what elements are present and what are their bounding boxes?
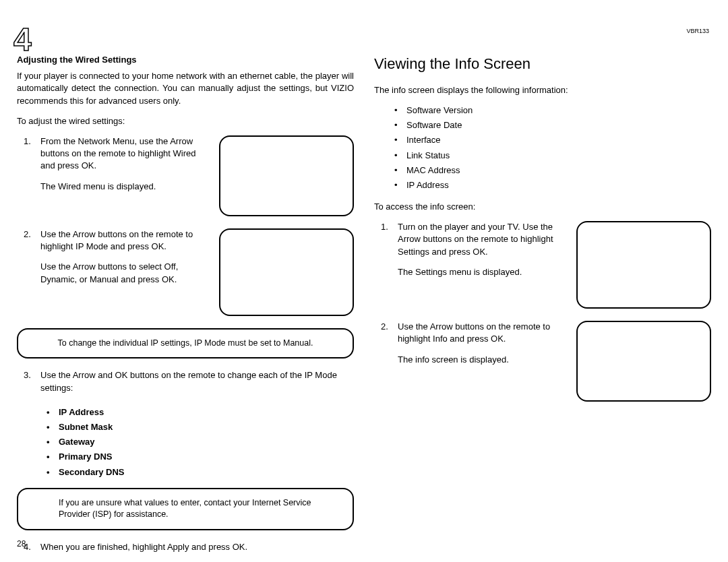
left-step-4: When you are finished, highlight Apply a… [17,541,354,553]
note-box-2: If you are unsure what values to enter, … [17,488,354,530]
info-items-list: Software Version Software Date Interface… [374,104,711,191]
step-text: Use the Arrow buttons to select Off, Dyn… [40,261,209,285]
left-step-1: From the Network Menu, use the Arrow but… [17,135,354,216]
screen-illustration [576,321,711,402]
list-item: Link Status [394,150,711,162]
list-item: IP Address [394,179,711,191]
left-steps-cont: Use the Arrow and OK buttons on the remo… [17,369,354,394]
list-item: Subnet Mask [47,421,354,433]
screen-illustration [219,228,354,316]
step-text: Use the Arrow buttons on the remote to h… [398,321,566,345]
right-lead: To access the info screen: [374,201,711,213]
screen-illustration [219,135,354,216]
step-text: Use the Arrow buttons on the remote to h… [40,228,209,253]
left-lead: To adjust the wired settings: [17,115,354,127]
left-heading: Adjusting the Wired Settings [17,54,354,66]
step-text: From the Network Menu, use the Arrow but… [40,135,209,173]
step-text: The info screen is displayed. [398,354,566,366]
left-column: Adjusting the Wired Settings If your pla… [17,54,354,562]
step-text: Turn on the player and your TV. Use the … [398,221,566,258]
left-steps: From the Network Menu, use the Arrow but… [17,135,354,316]
list-item: Interface [394,134,711,146]
list-item: Software Version [394,104,711,117]
step-text: When you are finished, highlight Apply a… [40,542,247,552]
list-item: Software Date [394,119,711,131]
left-step-2: Use the Arrow buttons on the remote to h… [17,228,354,316]
right-heading: Viewing the Info Screen [374,54,711,75]
step-text: The Settings menu is displayed. [398,266,566,278]
model-code: VBR133 [686,27,709,36]
step-text: Use the Arrow and OK buttons on the remo… [40,369,354,394]
right-steps: Turn on the player and your TV. Use the … [374,221,711,402]
right-step-2: Use the Arrow buttons on the remote to h… [374,321,711,402]
list-item: IP Address [47,406,354,418]
step-text: The Wired menu is displayed. [40,181,209,193]
left-steps-cont2: When you are finished, highlight Apply a… [17,541,354,553]
ip-settings-list: IP Address Subnet Mask Gateway Primary D… [17,406,354,478]
left-intro: If your player is connected to your home… [17,70,354,107]
list-item: MAC Address [394,164,711,177]
list-item: Secondary DNS [47,466,354,478]
list-item: Primary DNS [47,451,354,463]
list-item: Gateway [47,436,354,448]
right-step-1: Turn on the player and your TV. Use the … [374,221,711,309]
right-intro: The info screen displays the following i… [374,84,711,96]
right-column: Viewing the Info Screen The info screen … [374,54,711,562]
left-step-3: Use the Arrow and OK buttons on the remo… [17,369,354,394]
page-number: 28 [17,538,26,550]
screen-illustration [576,221,711,309]
note-box-1: To change the individual IP settings, IP… [17,328,354,359]
